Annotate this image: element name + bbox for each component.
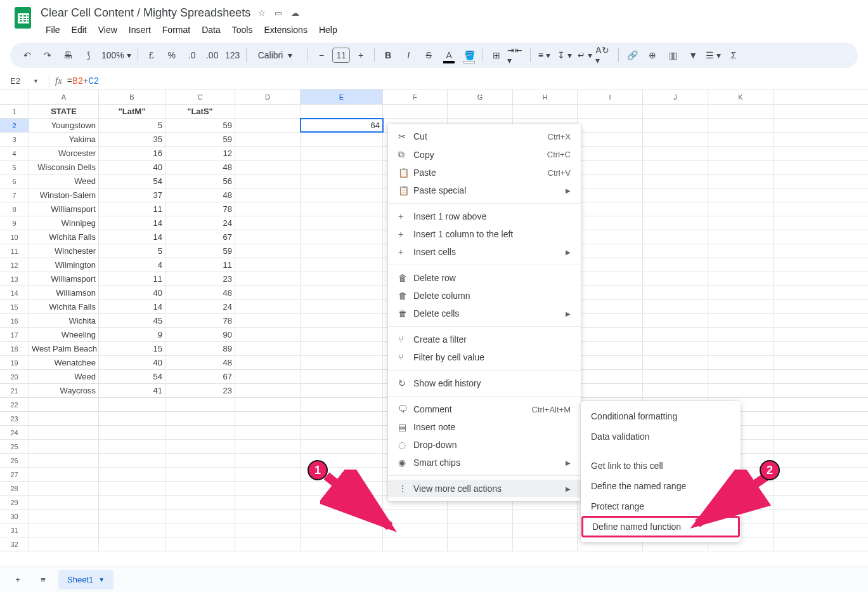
cell[interactable] bbox=[301, 356, 383, 369]
submenu-item-get-link-to-this-cell[interactable]: Get link to this cell bbox=[581, 456, 741, 476]
cell[interactable]: 5 bbox=[99, 244, 165, 258]
cell[interactable] bbox=[301, 370, 383, 383]
cell[interactable] bbox=[708, 244, 774, 258]
cell[interactable] bbox=[301, 147, 383, 160]
cell[interactable] bbox=[513, 105, 578, 118]
cell[interactable]: 45 bbox=[99, 314, 165, 327]
menu-insert[interactable]: Insert bbox=[124, 22, 156, 37]
cell[interactable] bbox=[578, 300, 643, 313]
cell[interactable]: 67 bbox=[165, 370, 235, 383]
fill-color-button[interactable]: 🪣 bbox=[460, 46, 479, 65]
cell[interactable]: Weed bbox=[29, 174, 99, 188]
cell[interactable] bbox=[235, 356, 301, 369]
cell[interactable] bbox=[643, 356, 708, 369]
menu-help[interactable]: Help bbox=[314, 22, 342, 37]
cell[interactable] bbox=[29, 510, 99, 523]
cell[interactable] bbox=[235, 482, 301, 495]
cell[interactable]: 54 bbox=[99, 370, 165, 383]
cell[interactable]: 11 bbox=[99, 202, 165, 216]
paint-format-button[interactable]: ⟆ bbox=[79, 46, 98, 65]
zoom-select[interactable]: 100% ▾ bbox=[99, 50, 134, 60]
cell[interactable] bbox=[235, 523, 301, 537]
cell[interactable] bbox=[448, 523, 513, 537]
row-header[interactable]: 19 bbox=[0, 356, 29, 369]
cell[interactable] bbox=[708, 328, 774, 341]
cell[interactable] bbox=[235, 161, 301, 174]
cell[interactable]: Wichita bbox=[29, 314, 99, 327]
row-header[interactable]: 1 bbox=[0, 105, 29, 118]
cell[interactable] bbox=[29, 412, 99, 425]
cell[interactable]: Wilmington bbox=[29, 258, 99, 272]
cell[interactable] bbox=[708, 119, 774, 132]
menu-item-cut[interactable]: ✂CutCtrl+X bbox=[388, 128, 581, 145]
cell[interactable] bbox=[643, 370, 708, 383]
cell[interactable] bbox=[99, 426, 165, 439]
cell[interactable] bbox=[708, 370, 774, 383]
select-all-corner[interactable] bbox=[0, 89, 29, 104]
cell[interactable] bbox=[235, 272, 301, 286]
cell[interactable] bbox=[235, 510, 301, 523]
cell[interactable]: Worcester bbox=[29, 147, 99, 160]
cell[interactable] bbox=[643, 216, 708, 230]
cell[interactable]: 48 bbox=[165, 161, 235, 174]
cell[interactable] bbox=[235, 286, 301, 299]
cell[interactable] bbox=[643, 258, 708, 272]
cell[interactable] bbox=[301, 426, 383, 439]
italic-button[interactable]: I bbox=[399, 46, 418, 65]
row-header[interactable]: 4 bbox=[0, 147, 29, 160]
cell[interactable] bbox=[29, 454, 99, 467]
menu-item-drop-down[interactable]: ◌Drop-down bbox=[388, 436, 581, 454]
cell[interactable] bbox=[29, 523, 99, 537]
cell[interactable] bbox=[708, 342, 774, 355]
cell[interactable] bbox=[643, 286, 708, 299]
cell[interactable]: 24 bbox=[165, 300, 235, 313]
cell[interactable]: 59 bbox=[165, 119, 235, 132]
cell[interactable] bbox=[301, 244, 383, 258]
cell[interactable]: 37 bbox=[99, 188, 165, 202]
cell[interactable]: "LatS" bbox=[165, 105, 235, 118]
submenu-item-data-validation[interactable]: Data validation bbox=[581, 426, 741, 447]
font-size-input[interactable]: 11 bbox=[332, 48, 350, 63]
cell[interactable] bbox=[235, 342, 301, 355]
cell[interactable] bbox=[708, 314, 774, 327]
cell[interactable] bbox=[235, 412, 301, 425]
cell[interactable] bbox=[301, 412, 383, 425]
cell[interactable] bbox=[578, 230, 643, 244]
cell[interactable] bbox=[708, 105, 774, 118]
row-header[interactable]: 25 bbox=[0, 440, 29, 453]
cell[interactable] bbox=[708, 202, 774, 216]
cell[interactable] bbox=[235, 440, 301, 453]
v-align-button[interactable]: ↧ ▾ bbox=[555, 46, 574, 65]
cell[interactable] bbox=[578, 356, 643, 369]
row-header[interactable]: 10 bbox=[0, 230, 29, 244]
col-header-G[interactable]: G bbox=[448, 89, 513, 104]
cell[interactable]: Wheeling bbox=[29, 328, 99, 341]
cell[interactable] bbox=[235, 188, 301, 202]
undo-button[interactable]: ↶ bbox=[18, 46, 37, 65]
cell[interactable]: 41 bbox=[99, 384, 165, 397]
row-header[interactable]: 30 bbox=[0, 510, 29, 523]
menu-file[interactable]: File bbox=[41, 22, 65, 37]
chart-button[interactable]: ▥ bbox=[663, 46, 682, 65]
redo-button[interactable]: ↷ bbox=[38, 46, 57, 65]
cell[interactable] bbox=[235, 468, 301, 481]
cell[interactable] bbox=[448, 537, 513, 551]
cell[interactable] bbox=[165, 468, 235, 481]
row-header[interactable]: 16 bbox=[0, 314, 29, 327]
h-align-button[interactable]: ≡ ▾ bbox=[534, 46, 554, 65]
cell[interactable] bbox=[643, 314, 708, 327]
comment-button[interactable]: ⊕ bbox=[643, 46, 662, 65]
cell[interactable] bbox=[99, 454, 165, 467]
cell[interactable] bbox=[165, 537, 235, 551]
submenu-item-conditional-formatting[interactable]: Conditional formatting bbox=[581, 406, 741, 426]
row-header[interactable]: 7 bbox=[0, 188, 29, 202]
cell[interactable]: 59 bbox=[165, 133, 235, 146]
cell[interactable] bbox=[301, 482, 383, 495]
cell[interactable] bbox=[235, 216, 301, 230]
cell[interactable] bbox=[235, 230, 301, 244]
decrease-font-button[interactable]: − bbox=[312, 46, 331, 65]
menu-item-filter-by-cell-value[interactable]: ⑂Filter by cell value bbox=[388, 348, 581, 366]
menu-item-insert-1-row-above[interactable]: +Insert 1 row above bbox=[388, 207, 581, 225]
cell[interactable] bbox=[301, 188, 383, 202]
cell[interactable] bbox=[301, 174, 383, 188]
